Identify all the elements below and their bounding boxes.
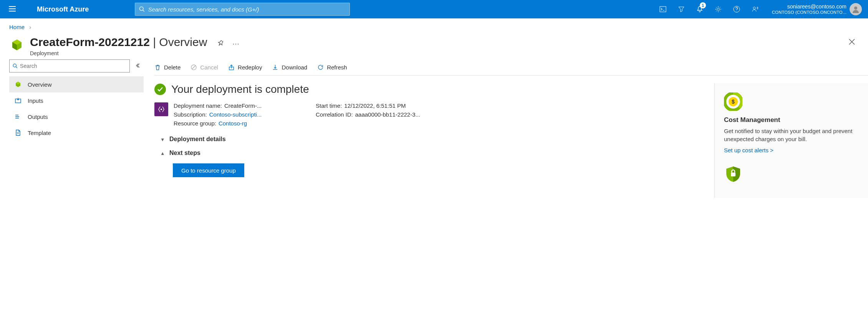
sidebar-item-inputs[interactable]: Inputs: [9, 92, 144, 109]
svg-point-8: [17, 115, 17, 115]
template-icon: [14, 129, 22, 136]
sidebar-item-label: Outputs: [28, 114, 48, 120]
collapse-sidebar-icon[interactable]: [134, 61, 144, 72]
svg-text:$: $: [732, 99, 735, 105]
chevron-up-icon: ▴: [161, 150, 164, 156]
cloud-shell-icon[interactable]: [654, 0, 672, 18]
outputs-icon: [14, 113, 22, 120]
go-to-resource-group-button[interactable]: Go to resource group: [173, 163, 244, 177]
title-actions: ⋯: [217, 40, 239, 48]
svg-point-0: [140, 7, 144, 11]
resource-manager-icon: [154, 102, 168, 116]
svg-rect-17: [731, 173, 735, 176]
deployment-details: Deployment name: CreateForm-... Subscrip…: [154, 102, 714, 129]
sidebar-nav: Overview Inputs Outputs Template: [9, 76, 144, 141]
deployment-icon: [9, 37, 25, 53]
expander-deployment-details[interactable]: ▾ Deployment details: [154, 136, 714, 143]
brand-label[interactable]: Microsoft Azure: [37, 5, 89, 13]
security-shield-icon: [724, 165, 742, 183]
avatar[interactable]: [850, 3, 862, 15]
hamburger-menu[interactable]: [3, 6, 22, 13]
notifications-badge: 1: [700, 2, 706, 8]
help-icon[interactable]: [727, 0, 746, 18]
svg-rect-1: [660, 7, 666, 12]
svg-point-6: [13, 64, 16, 67]
close-icon[interactable]: [849, 39, 855, 47]
account-directory: CONTOSO (CONTOSO.ONCONTO...: [772, 10, 846, 15]
settings-icon[interactable]: [709, 0, 727, 18]
success-check-icon: [154, 84, 166, 95]
sidebar-search-input[interactable]: [20, 63, 126, 69]
search-icon: [139, 6, 145, 12]
main-panel: Delete Cancel Redeploy Download Refresh: [144, 59, 868, 198]
breadcrumb: Home ›: [0, 18, 868, 30]
redeploy-button[interactable]: Redeploy: [228, 64, 262, 71]
inputs-icon: [14, 97, 22, 104]
title-text: CreateForm-20221212 | Overview Deploymen…: [30, 36, 207, 56]
sidebar-item-template[interactable]: Template: [9, 125, 144, 141]
page-subtitle: Deployment: [30, 50, 207, 56]
global-search-input[interactable]: [148, 6, 346, 13]
right-panel: $ Cost Management Get notified to stay w…: [714, 83, 868, 198]
svg-point-2: [717, 8, 719, 10]
notifications-icon[interactable]: 1: [691, 0, 709, 18]
account-email: soniarees@contoso.com: [772, 3, 846, 10]
svg-point-13: [161, 109, 162, 110]
top-bar: Microsoft Azure 1 soniarees@contoso.com …: [0, 0, 868, 18]
breadcrumb-home[interactable]: Home: [9, 24, 25, 30]
kv-correlation-id: Correlation ID: aaaa0000-bb11-2222-3...: [316, 111, 450, 118]
sidebar-search[interactable]: [9, 59, 130, 72]
filter-icon[interactable]: [672, 0, 691, 18]
pin-icon[interactable]: [217, 40, 224, 48]
kv-deployment-name: Deployment name: CreateForm-...: [174, 102, 308, 109]
delete-button[interactable]: Delete: [154, 64, 181, 71]
sidebar-search-row: [9, 59, 144, 72]
global-search[interactable]: [135, 3, 350, 16]
sidebar-item-label: Overview: [28, 81, 52, 88]
toolbar: Delete Cancel Redeploy Download Refresh: [154, 59, 868, 76]
cube-icon: [14, 81, 22, 88]
cost-management-text: Get notified to stay within your budget …: [724, 127, 859, 143]
cost-management-icon: $: [724, 92, 742, 111]
svg-point-10: [17, 118, 17, 119]
chevron-down-icon: ▾: [161, 137, 164, 142]
expander-next-steps[interactable]: ▴ Next steps: [154, 150, 714, 156]
more-icon[interactable]: ⋯: [232, 40, 239, 48]
sidebar-item-outputs[interactable]: Outputs: [9, 109, 144, 125]
kv-subscription: Subscription: Contoso-subscripti...: [174, 111, 308, 118]
top-icons: 1 soniarees@contoso.com CONTOSO (CONTOSO…: [654, 0, 865, 18]
page-title: CreateForm-20221212 | Overview: [30, 36, 207, 49]
sidebar-item-label: Template: [28, 130, 51, 136]
status-heading: Your deployment is complete: [171, 83, 309, 96]
chevron-right-icon: ›: [29, 24, 31, 30]
kv-start-time: Start time: 12/12/2022, 6:51:51 PM: [316, 102, 450, 109]
body: Overview Inputs Outputs Template: [0, 59, 868, 198]
cost-alerts-link[interactable]: Set up cost alerts >: [724, 147, 774, 153]
deployment-status: Your deployment is complete: [154, 83, 714, 96]
download-button[interactable]: Download: [272, 64, 307, 71]
cost-management-title: Cost Management: [724, 116, 859, 124]
refresh-button[interactable]: Refresh: [317, 64, 347, 71]
sidebar-item-label: Inputs: [28, 97, 43, 104]
kv-columns: Deployment name: CreateForm-... Subscrip…: [174, 102, 450, 129]
title-bar: CreateForm-20221212 | Overview Deploymen…: [0, 30, 868, 59]
sidebar: Overview Inputs Outputs Template: [9, 59, 144, 198]
sidebar-item-overview[interactable]: Overview: [9, 76, 144, 92]
search-icon: [13, 63, 18, 69]
svg-point-5: [854, 7, 857, 10]
kv-resource-group: Resource group: Contoso-rg: [174, 120, 308, 127]
cancel-button: Cancel: [190, 64, 218, 71]
svg-point-9: [17, 116, 17, 117]
svg-point-4: [753, 7, 755, 9]
feedback-icon[interactable]: [746, 0, 764, 18]
account-info[interactable]: soniarees@contoso.com CONTOSO (CONTOSO.O…: [772, 3, 846, 15]
